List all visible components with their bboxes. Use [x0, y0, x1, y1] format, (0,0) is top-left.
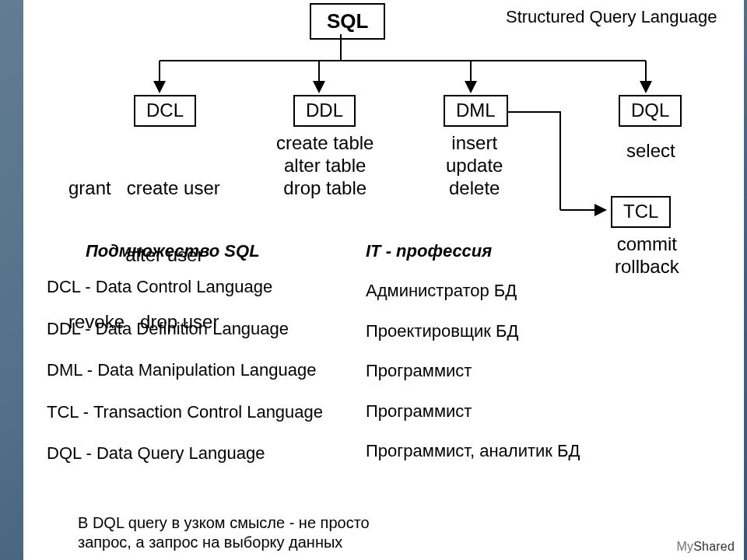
- node-dql: DQL: [619, 95, 682, 127]
- node-dcl: DCL: [134, 95, 196, 127]
- node-sql-label: SQL: [327, 9, 368, 33]
- dql-cmds: select: [626, 140, 675, 163]
- job-1: Администратор БД: [366, 280, 580, 302]
- job-3: Программист: [366, 360, 580, 382]
- node-dml-label: DML: [456, 100, 496, 121]
- node-ddl: DDL: [293, 95, 356, 127]
- subset-5: DQL - Data Query Language: [47, 443, 323, 464]
- ddl-line3: drop table: [276, 177, 374, 200]
- node-dml: DML: [444, 95, 508, 127]
- ddl-cmds: create table alter table drop table: [276, 132, 374, 199]
- node-tcl-label: TCL: [623, 201, 658, 222]
- wm-pre: My: [676, 540, 693, 553]
- subset-header: Подмножество SQL: [86, 241, 260, 261]
- wm-bold: Shared: [693, 540, 735, 553]
- dcl-line1: grant create user: [68, 177, 220, 200]
- dml-cmds: insert update delete: [446, 132, 503, 199]
- dml-line1: insert: [446, 132, 503, 155]
- tcl-cmds: commit rollback: [615, 233, 679, 278]
- job-5: Программист, аналитик БД: [366, 440, 580, 462]
- subset-4: TCL - Transaction Control Language: [47, 401, 323, 423]
- diagram-slide: SQL Structured Query Language DCL DDL DM…: [23, 0, 744, 560]
- subset-3: DML - Data Manipulation Language: [47, 359, 323, 381]
- ddl-line1: create table: [276, 132, 374, 155]
- subtitle: Structured Query Language: [506, 6, 717, 28]
- ddl-line2: alter table: [276, 155, 374, 177]
- footnote: В DQL query в узком смысле - не просто з…: [78, 513, 370, 552]
- subset-1: DCL - Data Control Language: [47, 276, 323, 298]
- node-ddl-label: DDL: [306, 100, 343, 121]
- tcl-line1: commit: [615, 233, 679, 256]
- footnote-2: запрос, а запрос на выборку данных: [78, 533, 370, 552]
- watermark: MyShared: [676, 540, 735, 554]
- node-sql: SQL: [310, 3, 385, 40]
- subset-list: DCL - Data Control Language DDL - Data D…: [47, 276, 323, 464]
- dml-line2: update: [446, 155, 503, 177]
- dql-line1: select: [626, 140, 675, 163]
- subset-2: DDL - Data Definition Language: [47, 318, 323, 340]
- node-dcl-label: DCL: [146, 100, 184, 121]
- job-2: Проектировщик БД: [366, 320, 580, 342]
- job-4: Программист: [366, 401, 580, 422]
- footnote-1: В DQL query в узком смысле - не просто: [78, 513, 370, 533]
- dml-line3: delete: [446, 177, 503, 200]
- jobs-header: IT - профессия: [366, 241, 492, 261]
- node-tcl: TCL: [611, 196, 671, 228]
- node-dql-label: DQL: [631, 100, 669, 121]
- tcl-line2: rollback: [615, 256, 679, 278]
- jobs-list: Администратор БД Проектировщик БД Програ…: [366, 280, 580, 462]
